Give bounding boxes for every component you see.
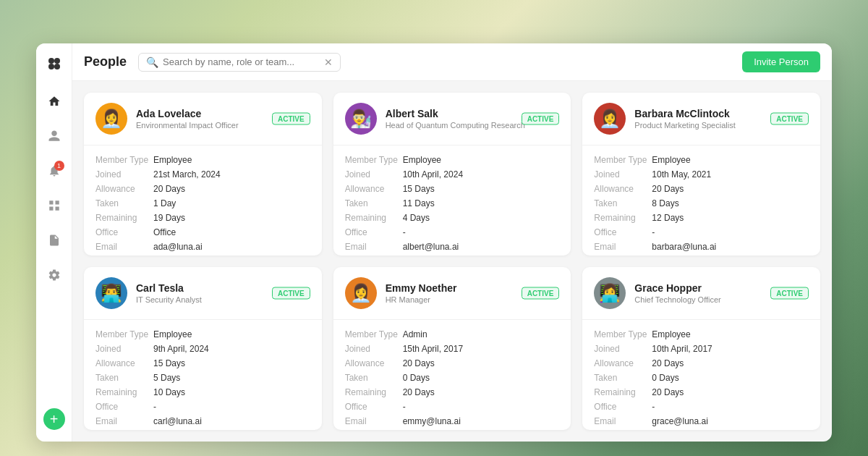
detail-taken: Taken 1 Day [95, 196, 310, 211]
person-card-emmy-noether[interactable]: 👩‍💼 Emmy Noether HR Manager ACTIVE Membe… [333, 267, 571, 430]
detail-member-type: Member Type Employee [594, 327, 809, 342]
detail-office: Office - [345, 400, 560, 414]
detail-joined: Joined 15th April, 2017 [345, 342, 560, 356]
app-logo [46, 55, 63, 72]
person-card-carl-tesla[interactable]: 👨‍💻 Carl Tesla IT Security Analyst ACTIV… [84, 267, 322, 430]
detail-taken: Taken 8 Days [594, 196, 809, 211]
avatar-albert-salk: 👨‍🔬 [345, 103, 377, 135]
avatar-grace-hopper: 👩‍💻 [594, 277, 626, 309]
svg-point-0 [48, 58, 54, 64]
card-header-grace-hopper: 👩‍💻 Grace Hopper Chief Technology Office… [582, 267, 820, 320]
card-header-barbara-mcclintock: 👩‍💼 Barbara McClintock Product Marketing… [582, 93, 820, 145]
card-body-barbara-mcclintock: Member Type Employee Joined 10th May, 20… [582, 145, 820, 256]
detail-joined: Joined 21st March, 2024 [95, 167, 310, 182]
detail-phone: Phone - [594, 254, 809, 256]
sidebar-item-home[interactable] [43, 90, 66, 113]
sidebar-item-settings[interactable] [43, 263, 66, 287]
detail-office: Office Office [95, 225, 310, 240]
detail-member-type: Member Type Employee [345, 153, 560, 167]
status-badge-grace-hopper: ACTIVE [770, 287, 809, 300]
card-body-emmy-noether: Member Type Admin Joined 15th April, 201… [333, 320, 571, 430]
page-title: People [84, 54, 127, 69]
detail-phone: Phone - [345, 428, 560, 430]
status-badge-albert-salk: ACTIVE [522, 113, 560, 125]
fab-button[interactable]: + [43, 408, 65, 430]
main-content: People 🔍 ✕ Invite Person 👩‍💼 Ada Lovelac… [72, 43, 832, 442]
svg-point-3 [54, 64, 60, 69]
detail-remaining: Remaining 4 Days [345, 211, 560, 225]
detail-office: Office - [594, 225, 809, 240]
detail-taken: Taken 0 Days [345, 371, 560, 385]
sidebar-item-notifications[interactable]: 1 [43, 159, 66, 182]
detail-email: Email barbara@luna.ai [594, 240, 809, 254]
detail-allowance: Allowance 20 Days [345, 356, 560, 371]
card-header-ada-lovelace: 👩‍💼 Ada Lovelace Environmental Impact Of… [84, 93, 322, 145]
detail-remaining: Remaining 20 Days [594, 385, 809, 400]
detail-email: Email grace@luna.ai [594, 414, 809, 428]
invite-person-button[interactable]: Invite Person [742, 51, 820, 72]
card-body-ada-lovelace: Member Type Employee Joined 21st March, … [84, 145, 322, 256]
card-body-grace-hopper: Member Type Employee Joined 10th April, … [582, 320, 820, 430]
svg-point-2 [48, 64, 54, 69]
detail-member-type: Member Type Employee [95, 327, 310, 342]
sidebar-bottom: + [43, 408, 65, 430]
detail-office: Office - [594, 400, 809, 414]
detail-office: Office - [95, 400, 310, 414]
detail-remaining: Remaining 10 Days [95, 385, 310, 400]
status-badge-emmy-noether: ACTIVE [522, 287, 560, 300]
clear-icon[interactable]: ✕ [324, 56, 333, 68]
status-badge-ada-lovelace: ACTIVE [272, 113, 310, 125]
person-card-barbara-mcclintock[interactable]: 👩‍💼 Barbara McClintock Product Marketing… [582, 93, 820, 256]
search-icon: 🔍 [146, 56, 158, 68]
detail-email: Email albert@luna.ai [345, 240, 560, 254]
avatar-carl-tesla: 👨‍💻 [95, 277, 127, 309]
detail-taken: Taken 11 Days [345, 196, 560, 211]
card-header-carl-tesla: 👨‍💻 Carl Tesla IT Security Analyst ACTIV… [84, 267, 322, 320]
detail-taken: Taken 5 Days [95, 371, 310, 385]
page-header: People 🔍 ✕ Invite Person [72, 43, 832, 81]
detail-member-type: Member Type Employee [95, 153, 310, 167]
status-badge-barbara-mcclintock: ACTIVE [770, 113, 809, 125]
sidebar-item-people[interactable] [43, 124, 66, 148]
detail-remaining: Remaining 19 Days [95, 211, 310, 225]
detail-taken: Taken 0 Days [594, 371, 809, 385]
detail-joined: Joined 10th May, 2021 [594, 167, 809, 182]
detail-phone: Phone - [95, 428, 310, 430]
detail-allowance: Allowance 20 Days [594, 356, 809, 371]
detail-phone: Phone - [95, 254, 310, 256]
detail-allowance: Allowance 20 Days [594, 182, 809, 196]
avatar-ada-lovelace: 👩‍💼 [95, 103, 127, 135]
card-header-emmy-noether: 👩‍💼 Emmy Noether HR Manager ACTIVE [333, 267, 571, 320]
detail-phone: Phone - [594, 428, 809, 430]
search-container: 🔍 ✕ [138, 53, 341, 72]
detail-email: Email emmy@luna.ai [345, 414, 560, 428]
status-badge-carl-tesla: ACTIVE [272, 287, 310, 300]
card-header-albert-salk: 👨‍🔬 Albert Salk Head of Quantum Computin… [333, 93, 571, 145]
detail-member-type: Member Type Employee [594, 153, 809, 167]
person-card-ada-lovelace[interactable]: 👩‍💼 Ada Lovelace Environmental Impact Of… [84, 93, 322, 256]
card-body-carl-tesla: Member Type Employee Joined 9th April, 2… [84, 320, 322, 430]
avatar-barbara-mcclintock: 👩‍💼 [594, 103, 626, 135]
person-card-albert-salk[interactable]: 👨‍🔬 Albert Salk Head of Quantum Computin… [333, 93, 571, 256]
notification-badge: 1 [54, 161, 64, 171]
detail-allowance: Allowance 20 Days [95, 182, 310, 196]
detail-remaining: Remaining 20 Days [345, 385, 560, 400]
person-card-grace-hopper[interactable]: 👩‍💻 Grace Hopper Chief Technology Office… [582, 267, 820, 430]
detail-allowance: Allowance 15 Days [345, 182, 560, 196]
detail-remaining: Remaining 12 Days [594, 211, 809, 225]
svg-point-1 [54, 58, 60, 64]
sidebar-item-grid[interactable] [43, 194, 66, 217]
detail-phone: Phone - [345, 254, 560, 256]
people-grid: 👩‍💼 Ada Lovelace Environmental Impact Of… [72, 81, 832, 442]
search-input[interactable] [163, 56, 320, 67]
detail-email: Email carl@luna.ai [95, 414, 310, 428]
detail-joined: Joined 10th April, 2017 [594, 342, 809, 356]
detail-office: Office - [345, 225, 560, 240]
detail-joined: Joined 10th April, 2024 [345, 167, 560, 182]
sidebar-item-files[interactable] [43, 229, 66, 252]
card-body-albert-salk: Member Type Employee Joined 10th April, … [333, 145, 571, 256]
sidebar: 1 + [36, 43, 72, 442]
detail-allowance: Allowance 15 Days [95, 356, 310, 371]
detail-joined: Joined 9th April, 2024 [95, 342, 310, 356]
detail-email: Email ada@luna.ai [95, 240, 310, 254]
